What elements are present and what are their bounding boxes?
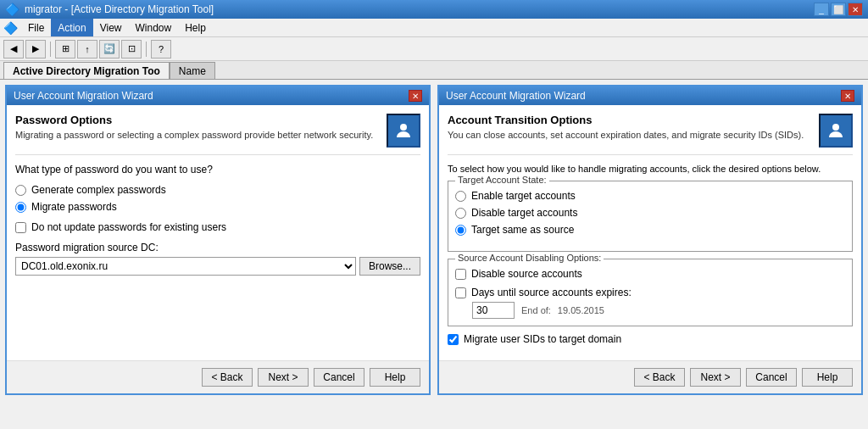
wizard1-icon — [387, 114, 420, 148]
wizard2-back-button[interactable]: < Back — [634, 368, 685, 387]
radio-migrate-passwords[interactable]: Migrate passwords — [15, 201, 420, 213]
menu-action[interactable]: Action — [51, 19, 92, 36]
wizard2-titlebar: User Account Migration Wizard ✕ — [439, 86, 861, 105]
wizard1-body: What type of password do you want to use… — [15, 164, 420, 276]
toolbar-btn-3[interactable]: 🔄 — [99, 40, 120, 58]
app-icon: 🔷 — [5, 3, 19, 16]
wizard2: User Account Migration Wizard ✕ Account … — [437, 85, 863, 395]
radio-generate-label: Generate complex passwords — [31, 184, 166, 196]
wizard1-footer: < Back Next > Cancel Help — [7, 360, 429, 393]
radio-enable-label: Enable target accounts — [471, 190, 576, 202]
field-dc-label: Password migration source DC: — [15, 242, 420, 254]
wizard1-title: User Account Migration Wizard — [14, 90, 153, 102]
wizard2-help-button[interactable]: Help — [802, 368, 853, 387]
wizard1-next-button[interactable]: Next > — [258, 368, 309, 387]
radio-same-label: Target same as source — [471, 224, 574, 236]
back-toolbar-btn[interactable]: ◀ — [3, 40, 24, 58]
checkbox-no-update[interactable]: Do not update passwords for existing use… — [15, 221, 420, 233]
days-input[interactable] — [472, 302, 515, 319]
tab-name[interactable]: Name — [170, 62, 215, 79]
wizard1-help-button[interactable]: Help — [370, 368, 420, 387]
checkbox-no-update-input[interactable] — [15, 222, 26, 233]
browse-button[interactable]: Browse... — [359, 257, 420, 276]
wizard1-section-desc: Migrating a password or selecting a comp… — [15, 130, 373, 140]
wizard2-content: Account Transition Options You can close… — [439, 105, 861, 360]
menu-view[interactable]: View — [93, 19, 129, 36]
toolbar-btn-2[interactable]: ↑ — [77, 40, 97, 58]
wizard1: User Account Migration Wizard ✕ Password… — [5, 85, 431, 395]
window-title: migrator - [Active Directory Migration T… — [25, 3, 214, 15]
wizard2-section-title: Account Transition Options — [448, 114, 804, 126]
wizard2-section-desc: You can close accounts, set account expi… — [448, 130, 804, 140]
wizard2-close-btn[interactable]: ✕ — [841, 90, 854, 102]
menu-help[interactable]: Help — [178, 19, 213, 36]
main-area: User Account Migration Wizard ✕ Password… — [0, 80, 868, 400]
checkbox-disable-source-label: Disable source accounts — [471, 268, 582, 280]
checkbox-migrate-sids[interactable]: Migrate user SIDs to target domain — [448, 333, 853, 345]
dc-select[interactable]: DC01.old.exonix.ru — [15, 257, 356, 276]
radio-generate-passwords[interactable]: Generate complex passwords — [15, 184, 420, 196]
wizard1-header-text: Password Options Migrating a password or… — [15, 114, 373, 140]
wizard1-section-title: Password Options — [15, 114, 373, 126]
restore-button[interactable]: ⬜ — [831, 3, 846, 16]
wizard1-header: Password Options Migrating a password or… — [15, 114, 420, 155]
forward-toolbar-btn[interactable]: ▶ — [25, 40, 46, 58]
menu-window[interactable]: Window — [129, 19, 179, 36]
radio-disable-label: Disable target accounts — [471, 207, 577, 219]
wizard2-next-button[interactable]: Next > — [690, 368, 741, 387]
wizard1-content: Password Options Migrating a password or… — [7, 105, 429, 360]
transition-icon — [826, 120, 846, 141]
wizard2-title: User Account Migration Wizard — [446, 90, 586, 102]
toolbar-btn-4[interactable]: ⊡ — [121, 40, 142, 58]
checkbox-days-label: Days until source accounts expires: — [471, 287, 632, 298]
checkbox-disable-source[interactable]: Disable source accounts — [455, 268, 845, 280]
toolbar-btn-1[interactable]: ⊞ — [55, 40, 75, 58]
toolbar-separator-1 — [50, 42, 51, 57]
tab-bar: Active Directory Migration Too Name — [0, 61, 868, 80]
radio-disable-input[interactable] — [455, 208, 466, 219]
menu-file[interactable]: File — [21, 19, 51, 36]
radio-enable-target[interactable]: Enable target accounts — [455, 190, 845, 202]
radio-migrate-input[interactable] — [15, 202, 26, 213]
radio-disable-target[interactable]: Disable target accounts — [455, 207, 845, 219]
radio-same-input[interactable] — [455, 225, 466, 236]
checkbox-days-expires[interactable]: Days until source accounts expires: — [455, 287, 632, 298]
checkbox-migrate-sids-label: Migrate user SIDs to target domain — [464, 333, 621, 345]
wizard1-close-btn[interactable]: ✕ — [409, 90, 422, 102]
radio-enable-input[interactable] — [455, 191, 466, 202]
tab-admt[interactable]: Active Directory Migration Too — [3, 62, 170, 79]
app-menu-icon: 🔷 — [0, 21, 21, 35]
wizard2-intro: To select how you would like to handle m… — [448, 164, 853, 174]
minimize-button[interactable]: _ — [814, 3, 829, 16]
wizard2-header-text: Account Transition Options You can close… — [448, 114, 804, 140]
title-bar: 🔷 migrator - [Active Directory Migration… — [0, 0, 868, 19]
radio-same-as-source[interactable]: Target same as source — [455, 224, 845, 236]
wizard1-radio-group: Generate complex passwords Migrate passw… — [15, 184, 420, 213]
source-account-title: Source Account Disabling Options: — [455, 253, 604, 263]
toolbar-btn-5[interactable]: ? — [151, 40, 171, 58]
wizard2-body: To select how you would like to handle m… — [448, 164, 853, 345]
wizard2-header: Account Transition Options You can close… — [448, 114, 853, 155]
radio-generate-input[interactable] — [15, 185, 26, 196]
target-account-group: Target Account State: Enable target acco… — [448, 181, 853, 252]
source-account-group: Source Account Disabling Options: Disabl… — [448, 259, 853, 326]
target-account-title: Target Account State: — [455, 175, 549, 185]
svg-point-0 — [400, 124, 407, 131]
wizard1-cancel-button[interactable]: Cancel — [314, 368, 364, 387]
close-button[interactable]: ✕ — [848, 3, 863, 16]
window-controls: _ ⬜ ✕ — [814, 3, 863, 16]
wizard2-icon — [819, 114, 853, 148]
end-of-date: 19.05.2015 — [558, 305, 604, 315]
wizard2-cancel-button[interactable]: Cancel — [746, 368, 797, 387]
checkbox-days-input[interactable] — [455, 287, 466, 298]
menu-bar: 🔷 File Action View Window Help — [0, 19, 868, 37]
wizard1-field-group: Password migration source DC: DC01.old.e… — [15, 242, 420, 276]
wizard1-back-button[interactable]: < Back — [202, 368, 253, 387]
toolbar-separator-2 — [146, 42, 147, 57]
svg-point-1 — [832, 124, 839, 131]
checkbox-disable-source-input[interactable] — [455, 269, 466, 280]
user-icon — [393, 120, 414, 141]
checkbox-no-update-label: Do not update passwords for existing use… — [31, 221, 226, 233]
wizard1-question: What type of password do you want to use… — [15, 164, 420, 176]
checkbox-migrate-sids-input[interactable] — [448, 334, 459, 345]
